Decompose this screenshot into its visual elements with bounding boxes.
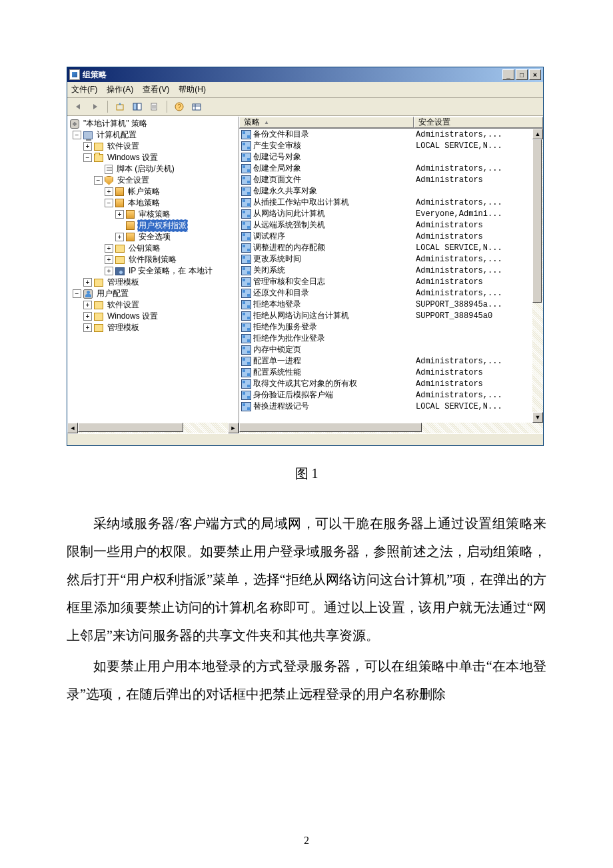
computer-icon bbox=[83, 131, 93, 139]
list-row[interactable]: 拒绝作为服务登录 bbox=[239, 321, 543, 333]
paragraph-2: 如要禁止用户用本地登录的方式登录服务器，可以在组策略中单击“在本地登录”选项，在… bbox=[67, 652, 546, 708]
list-row[interactable]: 创建页面文件Administrators bbox=[239, 174, 543, 185]
tree-software[interactable]: +软件设置 bbox=[70, 141, 239, 152]
view-button[interactable] bbox=[190, 100, 203, 113]
menu-action[interactable]: 操作(A) bbox=[107, 84, 133, 95]
window-title: 组策略 bbox=[83, 69, 502, 81]
policy-name: 取得文件或其它对象的所有权 bbox=[253, 378, 357, 389]
scroll-up-button[interactable]: ▲ bbox=[532, 129, 543, 139]
show-hide-tree-button[interactable] bbox=[131, 100, 144, 113]
tree-computer-config[interactable]: −计算机配置 bbox=[70, 129, 239, 141]
list-row[interactable]: 还原文件和目录Administrators,... bbox=[239, 287, 543, 299]
policy-name: 替换进程级记号 bbox=[253, 401, 309, 412]
list-row[interactable]: 从远端系统强制关机Administrators bbox=[239, 219, 543, 231]
scroll-thumb[interactable] bbox=[239, 423, 422, 432]
tree-admin-templates[interactable]: +管理模板 bbox=[70, 277, 239, 288]
list-row[interactable]: 身份验证后模拟客户端Administrators,... bbox=[239, 389, 543, 401]
list-row[interactable]: 创建永久共享对象 bbox=[239, 185, 543, 197]
back-button[interactable] bbox=[71, 100, 85, 113]
tree-local-policy[interactable]: −本地策略 bbox=[70, 197, 239, 209]
policy-name: 产生安全审核 bbox=[253, 140, 301, 151]
tree-user-windows[interactable]: +Windows 设置 bbox=[70, 311, 239, 322]
menu-view[interactable]: 查看(V) bbox=[143, 84, 169, 95]
policy-icon bbox=[241, 311, 251, 321]
tree-pubkey-policy[interactable]: +公钥策略 bbox=[70, 243, 239, 254]
up-button[interactable] bbox=[113, 100, 127, 113]
tree-security-settings[interactable]: −安全设置 bbox=[70, 175, 239, 186]
list-v-scrollbar[interactable]: ▲ ▼ bbox=[532, 129, 543, 423]
network-icon bbox=[115, 267, 125, 275]
list-row[interactable]: 配置单一进程Administrators,... bbox=[239, 355, 543, 367]
list-row[interactable]: 拒绝本地登录SUPPORT_388945a... bbox=[239, 299, 543, 310]
column-security[interactable]: 安全设置 bbox=[414, 117, 543, 128]
list-row[interactable]: 管理审核和安全日志Administrators bbox=[239, 276, 543, 287]
list-row[interactable]: 从插接工作站中取出计算机Administrators,... bbox=[239, 197, 543, 208]
list-row[interactable]: 产生安全审核LOCAL SERVICE,N... bbox=[239, 140, 543, 151]
tree-user-admin-templates[interactable]: +管理模板 bbox=[70, 322, 239, 333]
list-row[interactable]: 配置系统性能Administrators bbox=[239, 367, 543, 378]
book-icon bbox=[115, 199, 124, 207]
list-row[interactable]: 创建全局对象Administrators,... bbox=[239, 163, 543, 174]
policy-icon bbox=[70, 119, 79, 129]
tree-user-rights[interactable]: 用户权利指派 bbox=[70, 220, 239, 231]
policy-icon bbox=[241, 402, 251, 411]
list-body[interactable]: 备份文件和目录Administrators,...产生安全审核LOCAL SER… bbox=[239, 129, 543, 433]
svg-rect-2 bbox=[137, 103, 141, 110]
list-row[interactable]: 替换进程级记号LOCAL SERVICE,N... bbox=[239, 401, 543, 412]
titlebar[interactable]: 组策略 _ □ × bbox=[67, 67, 543, 82]
tree-user-config[interactable]: −用户配置 bbox=[70, 288, 239, 299]
list-row[interactable]: 取得文件或其它对象的所有权Administrators bbox=[239, 378, 543, 389]
svg-rect-1 bbox=[133, 103, 137, 110]
maximize-button[interactable]: □ bbox=[516, 69, 528, 80]
column-policy[interactable]: 策略▲ bbox=[239, 117, 414, 128]
tree-ipsec[interactable]: +IP 安全策略，在 本地计 bbox=[70, 265, 239, 277]
forward-button[interactable] bbox=[89, 100, 102, 113]
scroll-left-button[interactable]: ◄ bbox=[67, 423, 78, 433]
policy-icon bbox=[241, 266, 251, 275]
list-row[interactable]: 创建记号对象 bbox=[239, 151, 543, 163]
scroll-down-button[interactable]: ▼ bbox=[532, 412, 543, 423]
list-row[interactable]: 拒绝作为批作业登录 bbox=[239, 333, 543, 344]
export-list-button[interactable] bbox=[148, 100, 161, 113]
list-row[interactable]: 更改系统时间Administrators,... bbox=[239, 253, 543, 265]
tree-security-options[interactable]: +安全选项 bbox=[70, 231, 239, 243]
list-row[interactable]: 拒绝从网络访问这台计算机SUPPORT_388945a0 bbox=[239, 310, 543, 321]
policy-setting: Administrators,... bbox=[414, 164, 543, 173]
close-button[interactable]: × bbox=[529, 69, 541, 80]
list-row[interactable]: 调整进程的内存配额LOCAL SERVICE,N... bbox=[239, 242, 543, 253]
policy-name: 更改系统时间 bbox=[253, 253, 301, 265]
list-h-scrollbar[interactable] bbox=[239, 423, 543, 433]
sort-asc-icon: ▲ bbox=[264, 119, 269, 125]
tree-user-software[interactable]: +软件设置 bbox=[70, 299, 239, 311]
tree-audit-policy[interactable]: +审核策略 bbox=[70, 209, 239, 220]
tree-h-scrollbar[interactable]: ◄ ► bbox=[67, 423, 239, 433]
tree-software-restrict[interactable]: +软件限制策略 bbox=[70, 254, 239, 265]
scroll-right-button[interactable]: ► bbox=[228, 423, 239, 433]
list-row[interactable]: 内存中锁定页 bbox=[239, 344, 543, 355]
policy-name: 拒绝从网络访问这台计算机 bbox=[253, 310, 349, 321]
app-icon bbox=[69, 69, 80, 80]
tree-scripts[interactable]: 脚本 (启动/关机) bbox=[70, 163, 239, 175]
help-button[interactable]: ? bbox=[173, 100, 186, 113]
folder-icon bbox=[115, 245, 125, 253]
policy-setting: Administrators bbox=[414, 175, 543, 185]
scroll-thumb[interactable] bbox=[532, 139, 542, 303]
policy-setting: SUPPORT_388945a0 bbox=[414, 311, 543, 321]
tree-pane[interactable]: "本地计算机" 策略 −计算机配置 +软件设置 −Windows 设置 脚本 (… bbox=[67, 117, 239, 433]
scroll-thumb[interactable] bbox=[78, 423, 183, 432]
list-row[interactable]: 从网络访问此计算机Everyone,Admini... bbox=[239, 208, 543, 219]
tree-windows-settings[interactable]: −Windows 设置 bbox=[70, 152, 239, 163]
book-icon bbox=[115, 187, 124, 196]
menu-file[interactable]: 文件(F) bbox=[71, 84, 97, 95]
script-icon bbox=[105, 165, 113, 174]
folder-icon bbox=[94, 313, 103, 321]
tree-root[interactable]: "本地计算机" 策略 bbox=[70, 118, 239, 129]
tree-account-policy[interactable]: +帐户策略 bbox=[70, 186, 239, 197]
list-row[interactable]: 备份文件和目录Administrators,... bbox=[239, 129, 543, 140]
policy-name: 拒绝作为服务登录 bbox=[253, 321, 317, 333]
list-row[interactable]: 调试程序Administrators bbox=[239, 231, 543, 242]
minimize-button[interactable]: _ bbox=[502, 69, 514, 80]
policy-icon bbox=[241, 323, 251, 332]
list-row[interactable]: 关闭系统Administrators,... bbox=[239, 265, 543, 276]
menu-help[interactable]: 帮助(H) bbox=[179, 84, 206, 95]
